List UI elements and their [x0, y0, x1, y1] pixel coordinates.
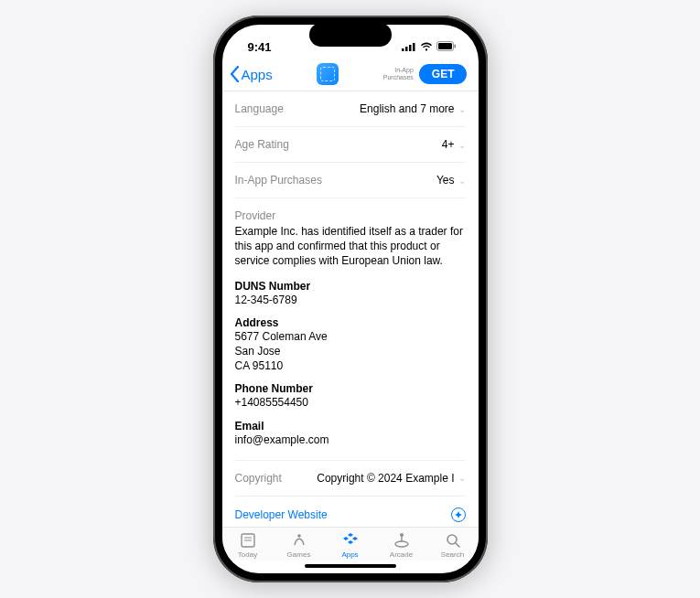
- dynamic-island: [309, 23, 392, 47]
- chevron-down-icon: ⌄: [458, 104, 466, 114]
- tab-search[interactable]: Search: [427, 531, 479, 559]
- tab-label: Apps: [341, 550, 358, 559]
- row-iap[interactable]: In-App Purchases Yes ⌄: [235, 163, 466, 198]
- row-value: Copyright © 2024 Example I: [317, 472, 454, 485]
- compass-icon: [451, 507, 466, 522]
- tab-arcade[interactable]: Arcade: [376, 531, 427, 559]
- row-value: English and 7 more: [360, 102, 454, 115]
- duns-value: 12-345-6789: [235, 293, 466, 307]
- svg-point-10: [297, 534, 301, 538]
- iap-hint: In-App Purchases: [383, 67, 414, 80]
- tab-today[interactable]: Today: [222, 531, 274, 559]
- row-language[interactable]: Language English and 7 more ⌄: [235, 91, 466, 127]
- back-label: Apps: [242, 67, 273, 82]
- svg-rect-0: [402, 48, 404, 51]
- home-indicator[interactable]: [305, 564, 396, 568]
- app-icon[interactable]: [317, 63, 339, 85]
- wifi-icon: [420, 40, 433, 54]
- get-button[interactable]: GET: [419, 64, 468, 84]
- chevron-down-icon: ⌄: [458, 140, 466, 150]
- row-age-rating[interactable]: Age Rating 4+ ⌄: [235, 127, 466, 163]
- screen: 9:41 Apps In-App Purchases: [222, 25, 479, 573]
- address-line1: 5677 Coleman Ave: [235, 329, 466, 344]
- svg-point-12: [400, 533, 404, 537]
- row-value: 4+: [442, 138, 455, 151]
- tab-label: Arcade: [390, 550, 413, 559]
- cellular-icon: [402, 40, 416, 54]
- tab-bar: Today Games Apps Arcade: [222, 527, 479, 561]
- back-button[interactable]: Apps: [230, 66, 273, 82]
- row-value: Yes: [436, 174, 455, 187]
- tab-label: Today: [238, 550, 257, 559]
- row-label: Language: [235, 102, 284, 115]
- developer-website-link[interactable]: Developer Website: [235, 497, 466, 527]
- tab-apps[interactable]: Apps: [325, 531, 376, 559]
- chevron-left-icon: [230, 66, 240, 82]
- provider-block: Provider Example Inc. has identified its…: [235, 198, 466, 461]
- svg-rect-5: [438, 43, 452, 49]
- email-title: Email: [235, 420, 466, 432]
- apps-icon: [341, 531, 360, 550]
- provider-header: Provider: [235, 209, 466, 222]
- today-icon: [240, 531, 256, 550]
- email-value: info@example.com: [235, 432, 466, 447]
- provider-description: Example Inc. has identified itself as a …: [235, 224, 466, 269]
- email-group: Email info@example.com: [235, 420, 466, 447]
- phone-group: Phone Number +14085554450: [235, 382, 466, 410]
- tab-games[interactable]: Games: [274, 531, 325, 559]
- phone-value: +14085554450: [235, 395, 466, 410]
- tab-label: Search: [441, 550, 464, 559]
- svg-rect-3: [413, 43, 415, 51]
- arcade-icon: [393, 531, 410, 550]
- duns-group: DUNS Number 12-345-6789: [235, 280, 466, 307]
- row-label: Age Rating: [235, 138, 289, 151]
- search-icon: [445, 531, 461, 550]
- phone-frame: 9:41 Apps In-App Purchases: [213, 16, 488, 582]
- svg-rect-2: [409, 45, 412, 51]
- content-scroll[interactable]: Language English and 7 more ⌄ Age Rating…: [222, 91, 479, 527]
- row-label: In-App Purchases: [235, 174, 322, 187]
- svg-point-11: [395, 541, 408, 547]
- status-time: 9:41: [248, 40, 272, 54]
- dev-link-label: Developer Website: [235, 508, 328, 521]
- address-group: Address 5677 Coleman Ave San Jose CA 951…: [235, 316, 466, 374]
- address-line3: CA 95110: [235, 358, 466, 373]
- phone-title: Phone Number: [235, 382, 466, 395]
- row-copyright[interactable]: Copyright Copyright © 2024 Example I ⌄: [235, 461, 466, 497]
- address-title: Address: [235, 316, 466, 329]
- svg-rect-6: [454, 44, 456, 48]
- nav-bar: Apps In-App Purchases GET: [222, 61, 479, 91]
- row-label: Copyright: [235, 472, 282, 485]
- svg-rect-1: [405, 47, 408, 51]
- chevron-down-icon: ⌄: [458, 176, 466, 186]
- battery-icon: [436, 40, 457, 54]
- chevron-down-icon: ⌄: [458, 473, 466, 483]
- duns-title: DUNS Number: [235, 280, 466, 293]
- svg-line-14: [456, 543, 459, 547]
- games-icon: [291, 531, 307, 550]
- address-line2: San Jose: [235, 344, 466, 358]
- tab-label: Games: [287, 550, 311, 559]
